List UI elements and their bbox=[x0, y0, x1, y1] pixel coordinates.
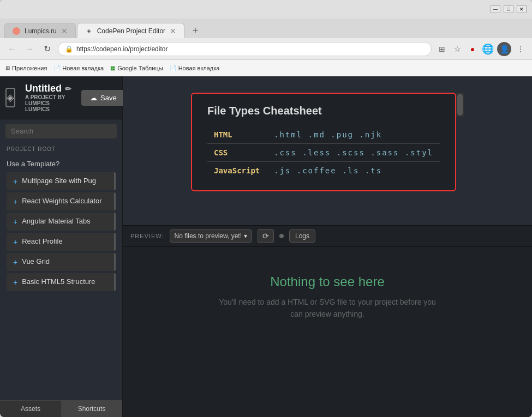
template-vue-grid-label: Vue Grid bbox=[22, 257, 50, 265]
template-react-profile-label: React Profile bbox=[22, 237, 62, 245]
opera-icon[interactable]: ● bbox=[467, 43, 479, 55]
template-multipage[interactable]: + Multipage Site with Pug bbox=[7, 172, 116, 190]
preview-select-label: No files to preview, yet! bbox=[175, 232, 242, 240]
title-bar: — □ ✕ bbox=[0, 0, 532, 19]
nothing-area: Nothing to see here You'll need to add a… bbox=[123, 247, 532, 418]
plus-icon-multipage: + bbox=[13, 177, 17, 186]
forward-button[interactable]: → bbox=[23, 43, 36, 56]
template-vue-grid[interactable]: + Vue Grid bbox=[7, 253, 116, 271]
preview-label: PREVIEW: bbox=[130, 233, 164, 239]
cheatsheet-box: File Types Cheatsheet HTML .html .md .pu… bbox=[191, 93, 456, 191]
preview-logs-button[interactable]: Logs bbox=[289, 229, 315, 243]
plus-icon-vue-grid: + bbox=[13, 258, 17, 267]
template-list: + Multipage Site with Pug + React Weight… bbox=[7, 172, 116, 291]
divider-angular bbox=[114, 213, 116, 231]
right-scrollbar bbox=[456, 93, 464, 117]
template-angular-label: Angular Material Tabs bbox=[22, 217, 91, 225]
app-header: ◈ Untitled ✏ A PROJECT BY Lumpics Lumpic… bbox=[0, 76, 122, 119]
cheatsheet-row-html: HTML .html .md .pug .njk bbox=[207, 126, 440, 144]
nothing-title: Nothing to see here bbox=[270, 274, 384, 289]
bookmark-sheets[interactable]: ▦ Google Таблицы bbox=[110, 65, 163, 71]
screen-icon[interactable]: ⊞ bbox=[436, 43, 448, 55]
cheatsheet-js-type: JavaScript bbox=[207, 162, 267, 180]
divider-react-weights bbox=[114, 192, 116, 210]
project-by: A PROJECT BY Lumpics Lumpics bbox=[25, 94, 71, 112]
cheatsheet-js-exts: .js .coffee .ls .ts bbox=[267, 162, 440, 180]
template-multipage-label: Multipage Site with Pug bbox=[22, 177, 96, 185]
edit-title-icon[interactable]: ✏ bbox=[65, 84, 71, 93]
tab-codepen[interactable]: ◈ CodePen Project Editor ✕ bbox=[77, 23, 184, 38]
divider-multipage bbox=[114, 172, 116, 190]
minimize-button[interactable]: — bbox=[491, 5, 500, 13]
bookmark-sheets-label: Google Таблицы bbox=[117, 65, 163, 71]
newtab2-icon: 📄 bbox=[170, 65, 176, 71]
project-title-text: Untitled bbox=[25, 83, 62, 94]
cheatsheet-table: HTML .html .md .pug .njk CSS .css .less … bbox=[207, 126, 440, 179]
refresh-button[interactable]: ↻ bbox=[40, 43, 53, 56]
cheatsheet-html-type: HTML bbox=[207, 126, 267, 144]
divider-react-profile bbox=[114, 233, 116, 251]
sidebar-bottom-bar: Assets Shortcuts bbox=[0, 400, 122, 417]
lumpics-favicon bbox=[13, 27, 20, 35]
project-logo: ◈ bbox=[5, 88, 15, 107]
sidebar: ◈ Untitled ✏ A PROJECT BY Lumpics Lumpic… bbox=[0, 76, 123, 417]
divider-vue-grid bbox=[114, 253, 116, 271]
url-bar[interactable]: 🔒 https://codepen.io/project/editor bbox=[58, 42, 432, 56]
scrollbar-thumb[interactable] bbox=[457, 94, 463, 116]
project-title-row: Untitled ✏ bbox=[25, 83, 71, 94]
search-input[interactable] bbox=[5, 124, 117, 138]
bookmark-newtab1[interactable]: 📄 Новая вкладка bbox=[53, 65, 104, 71]
plus-icon-react-weights: + bbox=[13, 197, 17, 206]
maximize-button[interactable]: □ bbox=[504, 5, 513, 13]
globe-icon[interactable]: 🌐 bbox=[482, 43, 494, 55]
tab-lumpics-label: Lumpics.ru bbox=[25, 27, 57, 35]
close-button[interactable]: ✕ bbox=[517, 5, 527, 13]
bookmark-apps-label: Приложения bbox=[12, 65, 47, 71]
address-bar: ← → ↻ 🔒 https://codepen.io/project/edito… bbox=[0, 38, 532, 60]
tab-lumpics[interactable]: Lumpics.ru ✕ bbox=[4, 23, 76, 38]
save-button[interactable]: ☁ Save bbox=[81, 90, 125, 106]
tab-codepen-close[interactable]: ✕ bbox=[170, 27, 176, 35]
lock-icon: 🔒 bbox=[65, 45, 73, 53]
template-angular[interactable]: + Angular Material Tabs bbox=[7, 213, 116, 231]
project-root-label: PROJECT ROOT bbox=[0, 143, 122, 155]
bookmark-newtab1-label: Новая вкладка bbox=[62, 65, 104, 71]
star-icon[interactable]: ☆ bbox=[451, 43, 463, 55]
use-template-label: Use a Template? bbox=[7, 160, 116, 168]
back-button[interactable]: ← bbox=[5, 43, 19, 56]
shortcuts-button[interactable]: Shortcuts bbox=[61, 401, 122, 417]
bookmark-apps[interactable]: ⊞ Приложения bbox=[5, 65, 47, 71]
window-controls: — □ ✕ bbox=[491, 5, 527, 13]
nothing-desc: You'll need to add a HTML or SVG file to… bbox=[218, 296, 437, 321]
cheatsheet-css-type: CSS bbox=[207, 144, 267, 162]
app-main: ◈ Untitled ✏ A PROJECT BY Lumpics Lumpic… bbox=[0, 76, 532, 417]
preview-refresh-button[interactable]: ⟳ bbox=[258, 229, 274, 243]
cheatsheet-css-exts: .css .less .scss .sass .styl bbox=[267, 144, 440, 162]
bookmark-newtab2[interactable]: 📄 Новая вкладка bbox=[170, 65, 220, 71]
new-tab-button[interactable]: + bbox=[188, 23, 203, 38]
project-title-area: Untitled ✏ A PROJECT BY Lumpics Lumpics bbox=[20, 81, 77, 114]
apps-grid-icon: ⊞ bbox=[5, 65, 10, 71]
cheatsheet-title: File Types Cheatsheet bbox=[207, 105, 440, 117]
template-html5[interactable]: + Basic HTML5 Structure bbox=[7, 273, 116, 291]
avatar-icon[interactable]: 👤 bbox=[497, 42, 511, 56]
template-react-profile[interactable]: + React Profile bbox=[7, 233, 116, 251]
cheatsheet-row-css: CSS .css .less .scss .sass .styl bbox=[207, 144, 440, 162]
bookmarks-bar: ⊞ Приложения 📄 Новая вкладка ▦ Google Та… bbox=[0, 60, 532, 76]
plus-icon-html5: + bbox=[13, 278, 17, 287]
cheatsheet-html-exts: .html .md .pug .njk bbox=[267, 126, 440, 144]
template-react-weights[interactable]: + React Weights Calculator bbox=[7, 192, 116, 210]
bookmark-newtab2-label: Новая вкладка bbox=[178, 65, 220, 71]
cheatsheet-row-js: JavaScript .js .coffee .ls .ts bbox=[207, 162, 440, 180]
template-section: Use a Template? + Multipage Site with Pu… bbox=[0, 155, 122, 400]
preview-select[interactable]: No files to preview, yet! ▾ bbox=[170, 229, 252, 243]
tab-lumpics-close[interactable]: ✕ bbox=[61, 27, 68, 35]
assets-button[interactable]: Assets bbox=[0, 401, 61, 417]
template-react-weights-label: React Weights Calculator bbox=[22, 197, 101, 205]
sidebar-search-area bbox=[0, 119, 122, 143]
chevron-down-icon: ▾ bbox=[244, 232, 247, 240]
divider-html5 bbox=[114, 273, 116, 291]
menu-icon[interactable]: ⋮ bbox=[515, 43, 527, 55]
tab-codepen-label: CodePen Project Editor bbox=[97, 27, 165, 35]
sheets-icon: ▦ bbox=[110, 65, 115, 71]
